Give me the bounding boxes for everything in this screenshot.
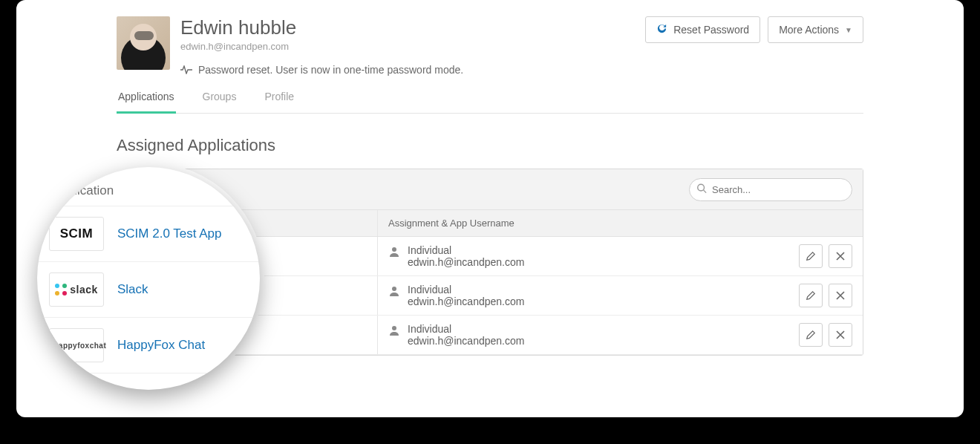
- person-icon: [388, 324, 400, 336]
- svg-point-4: [392, 326, 396, 330]
- slack-logo: slack: [49, 272, 104, 307]
- refresh-icon: [656, 23, 667, 36]
- lens-app-name[interactable]: Slack: [117, 282, 148, 297]
- pencil-icon: [806, 330, 816, 340]
- close-icon: [836, 330, 845, 339]
- col-assignment-header: Assignment & App Username: [377, 210, 774, 236]
- more-actions-button[interactable]: More Actions ▼: [768, 16, 863, 43]
- assignment-type: Individual: [408, 323, 524, 335]
- svg-point-2: [392, 247, 396, 252]
- tab-groups[interactable]: Groups: [201, 91, 238, 113]
- tab-profile[interactable]: Profile: [263, 91, 295, 113]
- person-icon: [388, 285, 400, 297]
- remove-button[interactable]: [829, 284, 852, 307]
- remove-button[interactable]: [829, 244, 852, 268]
- close-icon: [836, 291, 845, 300]
- tabbar: Applications Groups Profile: [117, 91, 863, 114]
- lens-row: SCIM SCIM 2.0 Test App: [37, 206, 260, 262]
- assignment-type: Individual: [408, 284, 524, 296]
- slack-logo-text: slack: [70, 284, 98, 296]
- assignment-username: edwin.h@incandpen.com: [408, 296, 524, 307]
- user-email: edwin.h@incandpen.com: [180, 41, 463, 52]
- section-title: Assigned Applications: [117, 136, 863, 155]
- scim-logo: SCIM: [49, 217, 104, 251]
- caret-down-icon: ▼: [845, 26, 852, 34]
- reset-password-button[interactable]: Reset Password: [645, 16, 760, 43]
- edit-button[interactable]: [799, 284, 823, 307]
- user-block: Edwin hubble edwin.h@incandpen.com Passw…: [117, 16, 463, 76]
- edit-button[interactable]: [799, 244, 823, 268]
- tab-applications[interactable]: Applications: [117, 91, 176, 114]
- activity-icon: [180, 65, 192, 74]
- pencil-icon: [806, 251, 816, 261]
- person-icon: [388, 246, 400, 258]
- lens-app-name[interactable]: HappyFox Chat: [117, 338, 205, 353]
- svg-point-3: [392, 287, 396, 291]
- remove-button[interactable]: [829, 323, 852, 347]
- more-actions-label: More Actions: [779, 24, 839, 36]
- header: Edwin hubble edwin.h@incandpen.com Passw…: [117, 16, 863, 76]
- avatar: [117, 16, 170, 70]
- user-name: Edwin hubble: [180, 16, 463, 39]
- status-line: Password reset. User is now in one-time …: [180, 64, 463, 76]
- happyfox-logo-text: happyfoxchat: [53, 342, 106, 350]
- slack-icon: [55, 284, 67, 296]
- assignment-username: edwin.h@incandpen.com: [408, 256, 524, 268]
- search-input[interactable]: [689, 178, 852, 201]
- reset-password-label: Reset Password: [673, 24, 749, 36]
- close-icon: [836, 252, 845, 261]
- zoom-lens: Application SCIM SCIM 2.0 Test App slack…: [37, 167, 260, 390]
- assignment-username: edwin.h@incandpen.com: [408, 335, 524, 347]
- lens-app-name[interactable]: SCIM 2.0 Test App: [117, 226, 221, 241]
- col-actions-header: [774, 210, 863, 236]
- status-text: Password reset. User is now in one-time …: [198, 64, 463, 76]
- search-wrap: [689, 178, 852, 201]
- edit-button[interactable]: [799, 323, 823, 347]
- pencil-icon: [806, 290, 816, 301]
- user-texts: Edwin hubble edwin.h@incandpen.com Passw…: [180, 16, 463, 76]
- assignment-type: Individual: [408, 244, 524, 256]
- header-actions: Reset Password More Actions ▼: [645, 16, 863, 43]
- lens-row: slack Slack: [37, 262, 260, 318]
